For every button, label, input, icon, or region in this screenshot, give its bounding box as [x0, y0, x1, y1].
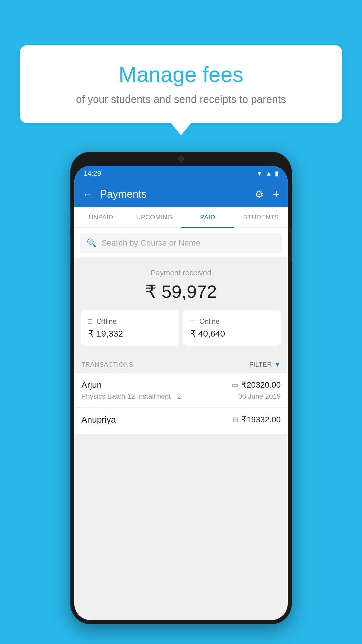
payment-cards: ⊡ Offline ₹ 19,332 ▭ Online ₹ 40,640: [81, 310, 281, 346]
volume-down-button: [70, 236, 71, 265]
online-card-header: ▭ Online: [189, 317, 275, 326]
app-title: Payments: [100, 188, 248, 200]
bubble-title: Manage fees: [31, 63, 331, 86]
online-amount: ₹ 40,640: [189, 328, 275, 339]
online-label: Online: [199, 317, 219, 326]
app-bar: ← Payments ⚙ +: [74, 181, 288, 207]
payment-total-amount: ₹ 59,972: [81, 281, 281, 302]
transaction-amount: ₹20320.00: [241, 380, 281, 390]
transaction-name: Anupriya: [81, 415, 116, 425]
speech-bubble: Manage fees of your students and send re…: [20, 45, 342, 123]
online-payment-type-icon: ▭: [232, 381, 238, 389]
offline-amount: ₹ 19,332: [87, 328, 173, 339]
offline-card: ⊡ Offline ₹ 19,332: [81, 310, 179, 346]
status-time: 14:29: [84, 169, 101, 178]
offline-payment-icon: ⊡: [87, 317, 93, 326]
tab-upcoming[interactable]: UPCOMING: [128, 207, 181, 228]
transaction-date: 06 June 2019: [238, 392, 281, 400]
payment-received-label: Payment received: [81, 268, 281, 277]
transaction-course: Physics Batch 12 Installment - 2: [81, 392, 181, 400]
speech-bubble-container: Manage fees of your students and send re…: [20, 45, 342, 123]
offline-card-header: ⊡ Offline: [87, 317, 173, 326]
battery-icon: ▮: [275, 170, 278, 177]
front-camera: [178, 156, 184, 162]
signal-icon: ▲: [266, 170, 272, 177]
search-placeholder: Search by Course or Name: [101, 238, 200, 248]
transaction-name: Arjun: [81, 380, 102, 390]
transaction-row-bottom: Physics Batch 12 Installment - 2 06 June…: [81, 392, 281, 400]
tab-students[interactable]: STUDENTS: [234, 207, 288, 228]
add-button[interactable]: +: [273, 188, 280, 201]
transaction-amount-container: ⊡ ₹19332.00: [233, 415, 281, 424]
status-bar: 14:29 ▼ ▲ ▮: [74, 166, 288, 181]
offline-payment-type-icon: ⊡: [233, 416, 238, 424]
transaction-row-top: Arjun ▭ ₹20320.00: [81, 380, 281, 390]
transaction-row-top: Anupriya ⊡ ₹19332.00: [81, 415, 281, 425]
bubble-subtitle: of your students and send receipts to pa…: [31, 92, 331, 107]
offline-label: Offline: [96, 317, 117, 326]
status-icons: ▼ ▲ ▮: [256, 170, 278, 177]
tabs-bar: UNPAID UPCOMING PAID STUDENTS: [74, 207, 288, 228]
online-card: ▭ Online ₹ 40,640: [183, 310, 281, 346]
transaction-amount-container: ▭ ₹20320.00: [232, 380, 281, 390]
search-box[interactable]: 🔍 Search by Course or Name: [80, 233, 282, 253]
transactions-label: TRANSACTIONS: [81, 361, 133, 368]
table-row[interactable]: Arjun ▭ ₹20320.00 Physics Batch 12 Insta…: [74, 373, 288, 408]
phone-screen: 14:29 ▼ ▲ ▮ ← Payments ⚙ + UNPAID UPCOMI…: [74, 166, 288, 620]
power-button: [291, 228, 292, 262]
back-button[interactable]: ←: [82, 188, 93, 200]
filter-icon: ▼: [274, 361, 281, 368]
transactions-list: Arjun ▭ ₹20320.00 Physics Batch 12 Insta…: [74, 373, 288, 434]
filter-label: FILTER: [249, 361, 272, 368]
transaction-amount: ₹19332.00: [241, 415, 281, 424]
tab-paid[interactable]: PAID: [181, 207, 234, 228]
table-row[interactable]: Anupriya ⊡ ₹19332.00: [74, 408, 288, 434]
volume-up-button: [70, 210, 71, 228]
online-payment-icon: ▭: [189, 317, 196, 326]
phone-frame: 14:29 ▼ ▲ ▮ ← Payments ⚙ + UNPAID UPCOMI…: [70, 152, 292, 624]
phone-notch: [152, 152, 210, 166]
tab-unpaid[interactable]: UNPAID: [74, 207, 128, 228]
search-container: 🔍 Search by Course or Name: [74, 228, 288, 258]
wifi-icon: ▼: [256, 170, 263, 177]
transactions-header: TRANSACTIONS FILTER ▼: [74, 354, 288, 373]
payment-summary: Payment received ₹ 59,972 ⊡ Offline ₹ 19…: [74, 258, 288, 354]
search-icon: 🔍: [87, 238, 97, 248]
settings-icon[interactable]: ⚙: [255, 188, 263, 200]
filter-button[interactable]: FILTER ▼: [249, 361, 281, 368]
